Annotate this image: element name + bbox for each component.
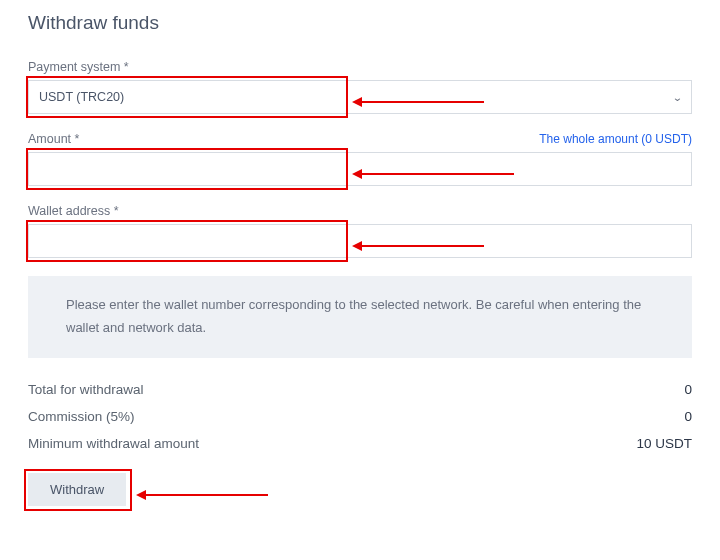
commission-value: 0 — [684, 409, 692, 424]
total-value: 0 — [684, 382, 692, 397]
payment-system-select[interactable]: USDT (TRC20) ⌄ — [28, 80, 692, 114]
min-value: 10 USDT — [636, 436, 692, 451]
min-label: Minimum withdrawal amount — [28, 436, 199, 451]
info-message: Please enter the wallet number correspon… — [28, 276, 692, 358]
commission-label: Commission (5%) — [28, 409, 135, 424]
payment-system-label: Payment system * — [28, 60, 692, 74]
page-title: Withdraw funds — [28, 12, 692, 34]
payment-system-value: USDT (TRC20) — [39, 90, 124, 104]
wallet-label: Wallet address * — [28, 204, 692, 218]
amount-input[interactable] — [28, 152, 692, 186]
arrow-annotation — [138, 490, 268, 500]
wallet-input[interactable] — [28, 224, 692, 258]
chevron-down-icon: ⌄ — [672, 92, 682, 103]
whole-amount-link[interactable]: The whole amount (0 USDT) — [539, 132, 692, 146]
amount-label: Amount * — [28, 132, 79, 146]
total-label: Total for withdrawal — [28, 382, 144, 397]
withdraw-button[interactable]: Withdraw — [28, 473, 126, 506]
